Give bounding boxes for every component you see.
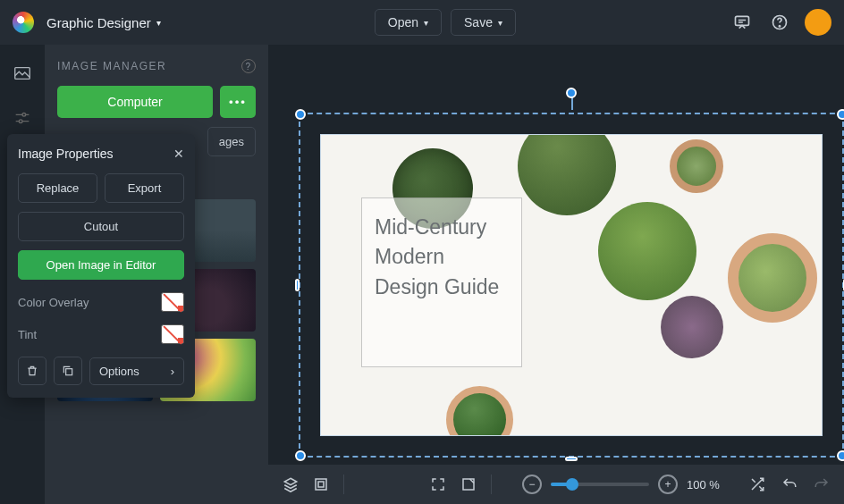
options-button[interactable]: Options › [89, 357, 184, 385]
upload-more-button[interactable]: ••• [220, 86, 256, 118]
svg-point-4 [22, 113, 26, 117]
zoom-in-button[interactable]: + [658, 475, 678, 494]
zoom-value: 100 % [687, 478, 720, 491]
cutout-button[interactable]: Cutout [18, 212, 184, 241]
topbar-center: Open ▾ Save ▾ [173, 9, 717, 36]
chevron-down-icon: ▾ [498, 18, 502, 28]
selected-object[interactable]: Mid-Century Modern Design Guide [320, 134, 823, 436]
zoom-slider[interactable] [551, 483, 649, 486]
shuffle-icon[interactable] [747, 475, 767, 494]
tint-swatch[interactable] [161, 324, 184, 344]
rotate-handle[interactable] [566, 88, 577, 98]
open-label: Open [388, 15, 418, 29]
chevron-down-icon: ▾ [424, 18, 428, 28]
panel-header: IMAGE MANAGER ? [57, 59, 256, 73]
image-properties-panel: Image Properties ✕ Replace Export Cutout… [7, 134, 195, 398]
close-icon[interactable]: ✕ [173, 147, 184, 161]
zoom-controls: − + 100 % [522, 475, 720, 494]
resize-handle-tr[interactable] [837, 109, 844, 120]
chevron-right-icon: › [171, 365, 174, 378]
decorative-plant [598, 202, 696, 300]
color-overlay-label: Color Overlay [18, 296, 89, 309]
open-button[interactable]: Open ▾ [375, 9, 442, 36]
properties-header: Image Properties ✕ [18, 147, 184, 161]
layers-icon[interactable] [281, 475, 300, 494]
pages-icon[interactable] [311, 475, 331, 494]
user-avatar[interactable] [805, 9, 831, 36]
decorative-plant [446, 386, 513, 436]
decorative-plant [518, 134, 616, 215]
help-dot-icon[interactable]: ? [241, 59, 256, 73]
options-label: Options [99, 365, 139, 378]
open-in-editor-button[interactable]: Open Image in Editor [18, 250, 184, 280]
images-tab[interactable]: ages [207, 127, 256, 156]
canvas-area[interactable]: Mid-Century Modern Design Guide [268, 45, 844, 504]
duplicate-button[interactable] [54, 357, 82, 385]
color-overlay-row: Color Overlay [18, 292, 184, 312]
export-button[interactable]: Export [105, 173, 184, 203]
svg-rect-6 [66, 369, 72, 375]
mode-label: Graphic Designer [46, 15, 151, 30]
topbar: Graphic Designer ▾ Open ▾ Save ▾ [0, 0, 844, 45]
upload-row: Computer ••• [57, 86, 256, 118]
resize-handle-br[interactable] [837, 450, 844, 461]
tint-label: Tint [18, 328, 37, 341]
slider-thumb[interactable] [566, 478, 578, 491]
canvas-image[interactable]: Mid-Century Modern Design Guide [320, 134, 823, 436]
topbar-right [730, 9, 831, 36]
replace-button[interactable]: Replace [18, 173, 97, 203]
tool-adjust[interactable] [10, 105, 35, 130]
redo-icon[interactable] [812, 475, 831, 494]
save-button[interactable]: Save ▾ [451, 9, 516, 36]
bottombar: − + 100 % [268, 465, 844, 504]
help-icon[interactable] [767, 10, 792, 35]
mode-switcher[interactable]: Graphic Designer ▾ [46, 15, 161, 30]
color-overlay-swatch[interactable] [161, 292, 184, 312]
tool-image[interactable] [10, 61, 35, 86]
separator [491, 475, 492, 494]
svg-rect-8 [318, 482, 324, 487]
fit-screen-icon[interactable] [428, 475, 448, 494]
delete-button[interactable] [18, 357, 46, 385]
separator [343, 475, 344, 494]
zoom-out-button[interactable]: − [522, 475, 542, 494]
upload-computer-button[interactable]: Computer [57, 86, 213, 118]
resize-handle-tl[interactable] [295, 109, 306, 120]
app-logo[interactable] [13, 12, 34, 33]
svg-rect-7 [316, 479, 326, 490]
resize-handle-bl[interactable] [295, 450, 306, 461]
text-overlay[interactable]: Mid-Century Modern Design Guide [361, 197, 522, 367]
panel-title: IMAGE MANAGER [57, 60, 166, 72]
tint-row: Tint [18, 324, 184, 344]
feedback-icon[interactable] [730, 10, 755, 35]
heading-text: Mid-Century Modern Design Guide [375, 213, 509, 302]
decorative-plant [728, 233, 817, 323]
properties-title: Image Properties [18, 147, 114, 161]
svg-point-2 [779, 26, 780, 27]
save-label: Save [464, 15, 493, 29]
undo-icon[interactable] [780, 475, 799, 494]
actual-size-icon[interactable] [459, 475, 478, 494]
svg-point-5 [19, 120, 22, 123]
chevron-down-icon: ▾ [156, 18, 161, 28]
decorative-plant [670, 139, 723, 193]
properties-footer: Options › [18, 357, 184, 385]
resize-handle-ml[interactable] [295, 279, 300, 291]
decorative-plant [661, 296, 723, 358]
resize-handle-mb[interactable] [565, 457, 578, 461]
